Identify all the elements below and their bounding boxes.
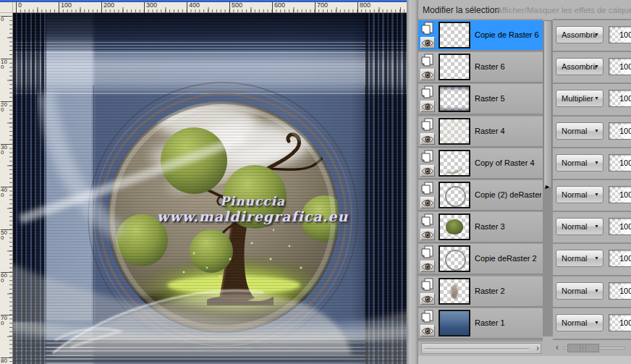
opacity-value: 100 [619,94,631,103]
show-hide-layer-effects-label[interactable]: Afficher/Masquer les effets de calque [496,6,631,14]
chevron-down-icon: ▼ [594,320,599,325]
visibility-eye-icon[interactable] [420,133,435,145]
layer-thumbnail[interactable] [439,213,470,240]
h-ruler-label: 300 [144,2,157,13]
layer-row[interactable]: Raster 3 [418,212,543,243]
visibility-eye-icon[interactable] [420,69,435,80]
h-ruler-label: 400 [187,2,200,13]
opacity-field[interactable]: 100 [609,186,631,203]
scrollbar-thumb[interactable] [567,344,599,352]
opacity-field[interactable]: 100 [609,26,631,43]
layer-row[interactable]: Raster 2 [418,276,543,308]
blend-mode-dropdown[interactable]: Multiplier▼ [556,90,604,107]
visibility-eye-icon[interactable] [420,325,435,337]
pane-splitter[interactable] [407,0,418,364]
layer-thumbnail[interactable] [439,150,470,177]
visibility-eye-icon[interactable] [420,293,435,305]
watermark: Pinuccia www.maldiregrafica.eu [133,194,372,224]
layer-thumbnail[interactable] [439,54,470,80]
palette-divider-scrollbar[interactable]: ► [543,20,553,337]
layer-thumbnail[interactable] [439,85,470,112]
opacity-value: 100 [619,287,631,295]
blend-mode-dropdown[interactable]: Normal▼ [556,122,604,140]
palette-footer [418,356,631,364]
layers-palette: Modifier la sélection Afficher/Masquer l… [418,0,631,364]
chevron-down-icon: ▼ [594,128,599,133]
blend-mode-value: Normal [562,127,587,135]
layer-row[interactable]: Copie (2) deRaster 2 [418,180,543,211]
layer-row[interactable]: Raster 6 [418,52,543,83]
blend-pane: Assombrir▼100Assombrir▼100Multiplier▼100… [553,19,631,342]
blend-mode-dropdown[interactable]: Assombrir▼ [556,58,604,75]
scroll-left-icon[interactable]: ‹ [556,343,559,352]
divider-arrow-icon[interactable]: ► [544,184,551,190]
layer-thumbnail[interactable] [439,245,470,272]
layer-thumbnail[interactable] [439,118,470,145]
opacity-field[interactable]: 100 [609,314,631,331]
opacity-field[interactable]: 100 [609,90,631,107]
visibility-eye-icon[interactable] [420,197,435,208]
row-separator [553,339,631,340]
layer-row[interactable]: Copie de Raster 6 [418,20,543,51]
visibility-eye-icon[interactable] [420,165,435,177]
blend-mode-dropdown[interactable]: Normal▼ [556,218,604,235]
layer-list: Copie de Raster 6Raster 6Raster 5Raster … [418,19,543,342]
modify-selection-label[interactable]: Modifier la sélection [423,5,499,15]
layer-icon-column [420,278,436,305]
visibility-eye-icon[interactable] [420,37,435,48]
layer-row[interactable]: Copie deRaster 2 [418,244,543,275]
opacity-value: 100 [619,254,631,263]
raster-layer-icon [420,85,435,99]
layer-row[interactable]: Raster 5 [418,84,543,115]
watermark-line2: www.maldiregrafica.eu [133,208,372,224]
blend-mode-dropdown[interactable]: Normal▼ [556,314,604,331]
opacity-field[interactable]: 100 [609,122,631,140]
visibility-eye-icon[interactable] [420,229,435,240]
artwork-image[interactable]: Pinuccia www.maldiregrafica.eu [13,13,407,364]
raster-layer-icon [420,245,435,259]
opacity-field[interactable]: 100 [609,154,631,172]
raster-layer-icon [420,213,435,227]
row-separator [553,51,631,52]
chevron-down-icon: ▼ [594,64,599,69]
row-separator [553,242,631,244]
layer-thumbnail[interactable] [439,278,470,305]
opacity-field[interactable]: 100 [609,282,631,300]
layer-name: Raster 5 [475,84,541,114]
blend-mode-value: Normal [562,254,587,263]
visibility-eye-icon[interactable] [420,261,435,272]
h-ruler-label: 600 [272,2,285,13]
row-separator [553,19,631,20]
blend-mode-dropdown[interactable]: Normal▼ [556,186,604,203]
scroll-right-icon[interactable]: › [536,344,539,353]
opacity-value: 100 [619,62,631,71]
layer-list-hscrollbar[interactable]: › [421,343,541,354]
blend-mode-dropdown[interactable]: Normal▼ [556,154,604,172]
chevron-down-icon: ▼ [594,288,599,293]
blend-mode-dropdown[interactable]: Normal▼ [556,282,604,300]
layer-row[interactable]: Raster 4 [418,117,543,148]
layer-icon-column [420,150,436,177]
h-ruler[interactable]: 0100200300400500600700800 [13,2,407,13]
v-ruler[interactable]: 0100200300400500600700800 [0,13,13,364]
layer-thumbnail[interactable] [439,310,470,337]
palette-header: Modifier la sélection Afficher/Masquer l… [418,0,631,19]
blend-pane-hscrollbar[interactable]: ‹ › [556,343,631,354]
blend-mode-dropdown[interactable]: Assombrir▼ [556,26,604,43]
opacity-field[interactable]: 100 [609,218,631,235]
layer-row[interactable]: Raster 1 [418,308,543,339]
blend-mode-dropdown[interactable]: Normal▼ [556,250,604,267]
opacity-field[interactable]: 100 [609,250,631,267]
layer-thumbnail[interactable] [439,182,470,208]
layer-name: Raster 6 [475,52,541,82]
scrollbar-thumb[interactable] [543,20,552,188]
opacity-field[interactable]: 100 [609,58,631,75]
blend-mode-value: Assombrir [562,62,598,71]
visibility-eye-icon[interactable] [420,101,435,112]
blend-mode-value: Normal [562,318,587,327]
row-separator [553,147,631,148]
layer-row[interactable]: Copy of Raster 4 [418,148,543,179]
chevron-down-icon: ▼ [594,96,599,101]
h-ruler-label: 200 [101,2,114,13]
layer-thumbnail[interactable] [439,22,470,48]
